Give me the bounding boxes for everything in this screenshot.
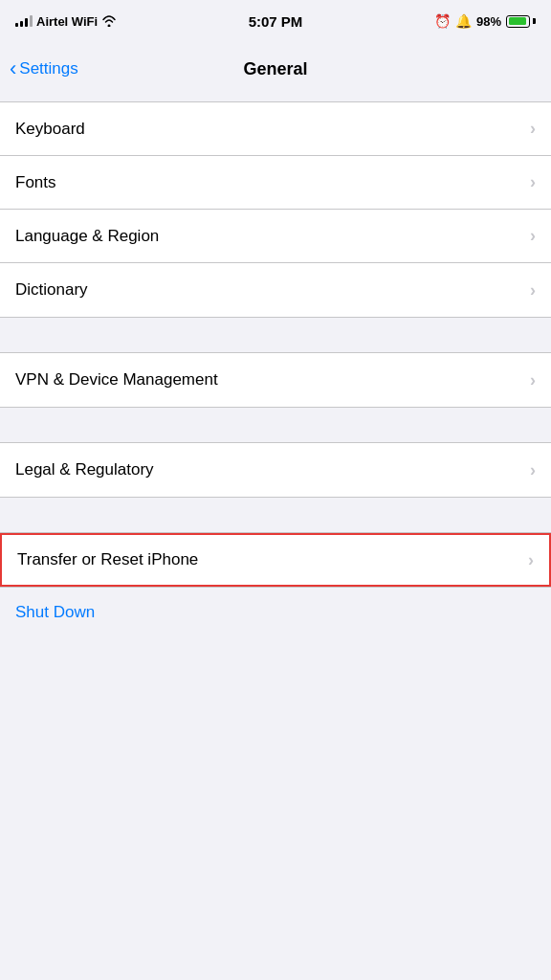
gap-2	[0, 408, 551, 442]
fonts-row[interactable]: Fonts ›	[0, 156, 551, 210]
status-bar: Airtel WiFi 5:07 PM ⏰ 🔔 98%	[0, 0, 551, 42]
keyboard-row[interactable]: Keyboard ›	[0, 102, 551, 156]
fonts-label: Fonts	[15, 173, 56, 192]
wifi-icon	[101, 15, 117, 27]
transfer-reset-label: Transfer or Reset iPhone	[17, 550, 198, 569]
dictionary-chevron-icon: ›	[530, 280, 536, 301]
vpn-chevron-icon: ›	[530, 370, 536, 390]
section-group3: Legal & Regulatory ›	[0, 442, 551, 498]
language-region-row[interactable]: Language & Region ›	[0, 210, 551, 263]
legal-regulatory-label: Legal & Regulatory	[15, 460, 154, 479]
transfer-reset-row[interactable]: Transfer or Reset iPhone ›	[0, 533, 551, 587]
status-left: Airtel WiFi	[15, 14, 117, 29]
fonts-chevron-icon: ›	[530, 172, 536, 192]
clock-icon: 🔔	[455, 13, 472, 29]
section-group4: Transfer or Reset iPhone ›	[0, 532, 551, 588]
legal-chevron-icon: ›	[530, 460, 536, 480]
dictionary-label: Dictionary	[15, 280, 88, 300]
alarm-icon: ⏰	[434, 13, 451, 29]
battery-percent: 98%	[476, 14, 501, 29]
carrier-label: Airtel WiFi	[36, 14, 98, 29]
signal-icon	[15, 15, 33, 27]
gap-3	[0, 498, 551, 532]
transfer-reset-chevron-icon: ›	[528, 550, 534, 570]
settings-content: Keyboard › Fonts › Language & Region › D…	[0, 96, 551, 637]
keyboard-chevron-icon: ›	[530, 119, 536, 139]
battery-indicator	[506, 15, 536, 28]
back-label: Settings	[19, 59, 77, 78]
dictionary-row[interactable]: Dictionary ›	[0, 263, 551, 317]
shut-down-button[interactable]: Shut Down	[15, 603, 95, 622]
status-time: 5:07 PM	[249, 13, 303, 30]
back-button[interactable]: ‹ Settings	[10, 59, 78, 79]
section-group1: Keyboard › Fonts › Language & Region › D…	[0, 101, 551, 318]
vpn-device-management-label: VPN & Device Management	[15, 370, 218, 390]
vpn-device-management-row[interactable]: VPN & Device Management ›	[0, 353, 551, 407]
shut-down-section: Shut Down	[0, 588, 551, 637]
legal-regulatory-row[interactable]: Legal & Regulatory ›	[0, 443, 551, 497]
gap-1	[0, 318, 551, 352]
language-region-label: Language & Region	[15, 227, 159, 246]
page-title: General	[243, 59, 307, 79]
back-chevron-icon: ‹	[10, 58, 16, 79]
status-right: ⏰ 🔔 98%	[434, 13, 536, 29]
keyboard-label: Keyboard	[15, 120, 85, 139]
language-region-chevron-icon: ›	[530, 226, 536, 246]
section-group2: VPN & Device Management ›	[0, 352, 551, 408]
nav-bar: ‹ Settings General	[0, 42, 551, 96]
